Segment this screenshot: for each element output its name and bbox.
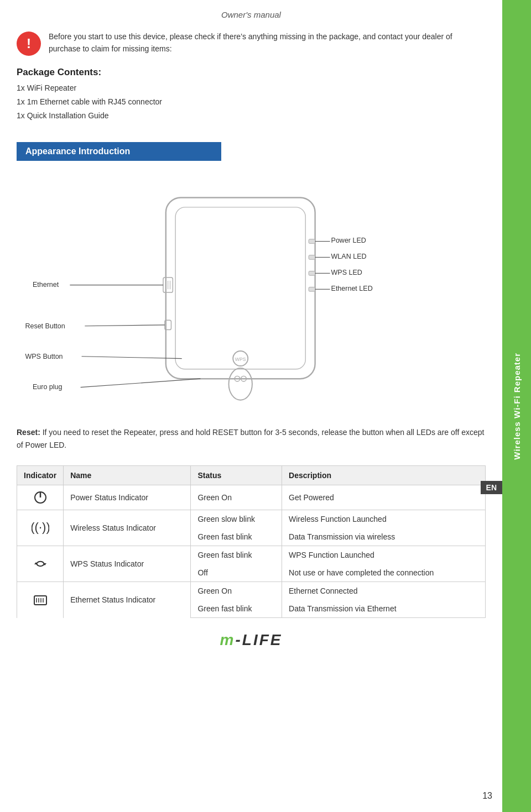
package-contents: Package Contents: 1x WiFi Repeater 1x 1m… xyxy=(17,67,486,123)
ethernet-status-1: Green On xyxy=(191,582,282,600)
package-list: 1x WiFi Repeater 1x 1m Ethernet cable wi… xyxy=(17,81,486,123)
svg-rect-14 xyxy=(309,271,315,275)
table-header-row: Indicator Name Status Description xyxy=(17,466,486,485)
svg-text:WPS Button: WPS Button xyxy=(25,352,63,360)
wireless-status-2: Green fast blink xyxy=(191,528,282,546)
svg-rect-15 xyxy=(309,287,315,291)
svg-text:Power LED: Power LED xyxy=(331,237,366,244)
svg-rect-13 xyxy=(309,255,315,259)
svg-text:Euro plug: Euro plug xyxy=(33,383,63,391)
page-title: Owner's manual xyxy=(17,0,486,25)
brand-logo: m-LIFE xyxy=(17,631,486,649)
wps-status-1: Green fast blink xyxy=(191,546,282,564)
warning-icon: ! xyxy=(17,32,41,56)
ethernet-icon-cell xyxy=(17,582,64,618)
power-icon-cell xyxy=(17,485,64,510)
ethernet-icon xyxy=(32,591,49,608)
svg-text:Reset Button: Reset Button xyxy=(25,322,65,329)
svg-text:Ethernet: Ethernet xyxy=(33,281,59,289)
col-name: Name xyxy=(64,466,191,485)
main-content: Owner's manual ! Before you start to use… xyxy=(0,0,502,671)
svg-text:WLAN LED: WLAN LED xyxy=(331,253,367,260)
wireless-icon: ((·)) xyxy=(32,519,49,537)
svg-line-21 xyxy=(85,324,165,326)
package-item-1: 1x WiFi Repeater xyxy=(17,81,486,95)
power-status: Green On xyxy=(191,485,282,510)
package-item-2: 1x 1m Ethernet cable with RJ45 connector xyxy=(17,95,486,109)
wireless-desc-1: Wireless Function Launched xyxy=(282,510,486,528)
en-badge: EN xyxy=(481,481,502,494)
device-diagram: WPS Euro plug Ethernet Reset Button xyxy=(17,172,486,415)
svg-text:WPS LED: WPS LED xyxy=(331,269,362,276)
page-number: 13 xyxy=(482,791,492,801)
warning-box: ! Before you start to use this device, p… xyxy=(17,30,486,56)
wps-icon xyxy=(32,556,49,572)
wps-name: WPS Status Indicator xyxy=(64,546,191,582)
col-description: Description xyxy=(282,466,486,485)
power-name: Power Status Indicator xyxy=(64,485,191,510)
reset-text: If you need to reset the Repeater, press… xyxy=(17,428,484,450)
sidebar-label: Wireless Wi-Fi Repeater xyxy=(512,353,522,460)
svg-line-17 xyxy=(81,379,201,387)
package-title: Package Contents: xyxy=(17,67,486,78)
power-desc: Get Powered xyxy=(282,485,486,510)
wps-icon-cell xyxy=(17,546,64,582)
reset-note: Reset: If you need to reset the Repeater… xyxy=(17,426,486,453)
svg-text:((·)): ((·)) xyxy=(32,520,49,534)
package-item-3: 1x Quick Installation Guide xyxy=(17,109,486,123)
sidebar-right: Wireless Wi-Fi Repeater xyxy=(502,0,531,812)
ethernet-name: Ethernet Status Indicator xyxy=(64,582,191,618)
svg-rect-12 xyxy=(309,239,315,243)
reset-label: Reset: xyxy=(17,428,40,437)
diagram-area: WPS Euro plug Ethernet Reset Button xyxy=(17,172,486,415)
svg-text:WPS: WPS xyxy=(235,357,246,362)
brand-dash: -LIFE xyxy=(235,631,282,648)
wireless-name: Wireless Status Indicator xyxy=(64,510,191,546)
wireless-icon-cell: ((·)) xyxy=(17,510,64,546)
page-wrapper: Wireless Wi-Fi Repeater EN 13 Owner's ma… xyxy=(0,0,531,812)
svg-rect-1 xyxy=(175,207,305,369)
svg-text:Ethernet LED: Ethernet LED xyxy=(331,285,373,292)
wps-status-2: Off xyxy=(191,564,282,582)
col-status: Status xyxy=(191,466,282,485)
ethernet-desc-2: Data Transmission via Ethernet xyxy=(282,600,486,618)
wps-desc-2: Not use or have completed the connection xyxy=(282,564,486,582)
table-row: WPS Status Indicator Green fast blink WP… xyxy=(17,546,486,564)
ethernet-status-2: Green fast blink xyxy=(191,600,282,618)
svg-point-2 xyxy=(229,368,252,400)
ethernet-desc-1: Ethernet Connected xyxy=(282,582,486,600)
table-row: ((·)) Wireless Status Indicator Green sl… xyxy=(17,510,486,528)
wps-desc-1: WPS Function Launched xyxy=(282,546,486,564)
wireless-status-1: Green slow blink xyxy=(191,510,282,528)
indicator-table: Indicator Name Status Description Power … xyxy=(17,465,486,618)
wireless-desc-2: Data Transmission via wireless xyxy=(282,528,486,546)
col-indicator: Indicator xyxy=(17,466,64,485)
power-icon xyxy=(33,490,48,505)
warning-text: Before you start to use this device, ple… xyxy=(49,30,486,55)
svg-line-23 xyxy=(82,356,182,358)
table-row: Power Status Indicator Green On Get Powe… xyxy=(17,485,486,510)
section-header: Appearance Introduction xyxy=(17,142,221,161)
brand-m: m xyxy=(220,631,236,648)
table-row: Ethernet Status Indicator Green On Ether… xyxy=(17,582,486,600)
